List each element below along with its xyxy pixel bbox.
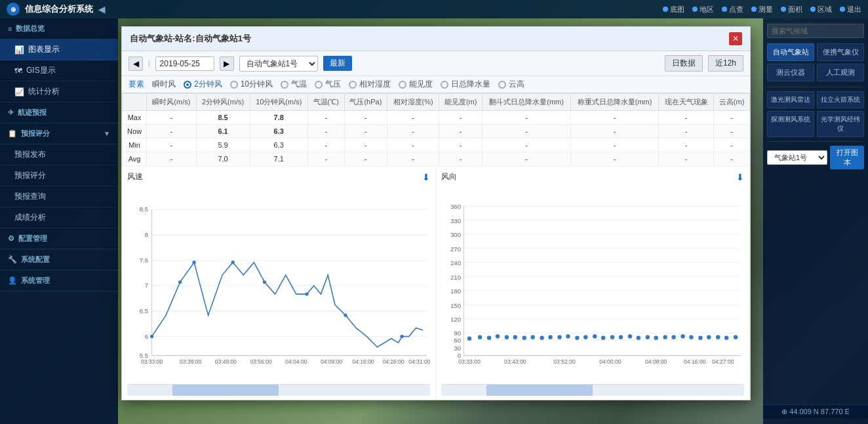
topbar-item-measure[interactable]: 测量 xyxy=(751,5,773,14)
tab-pressure[interactable]: 气压 xyxy=(315,79,341,90)
latest-btn[interactable]: 最新 xyxy=(323,56,352,71)
sidebar-item-forecast-query[interactable]: 预报查询 xyxy=(0,186,118,207)
wind-speed-download[interactable]: ⬇ xyxy=(422,172,430,182)
sidebar-item-data-overview[interactable]: ≡ 数据总览 xyxy=(0,18,118,39)
topbar-item-exit[interactable]: 退出 xyxy=(840,5,861,14)
svg-text:04:08:00: 04:08:00 xyxy=(645,358,667,365)
svg-text:180: 180 xyxy=(450,287,461,295)
topbar-item-region[interactable]: 地区 xyxy=(692,5,714,14)
row-now-label: Now xyxy=(123,125,147,138)
wind-dir-chart-container: 风向 ⬇ 360 330 300 270 240 210 180 150 120… xyxy=(436,166,750,400)
btn-optical[interactable]: 光学测风经纬仪 xyxy=(817,111,864,137)
radio-pressure xyxy=(315,81,323,89)
svg-text:0: 0 xyxy=(458,352,461,359)
btn-rocket[interactable]: 拉立火箭系统 xyxy=(817,91,864,108)
svg-point-75 xyxy=(593,334,597,338)
forecast-label: 预报评分 xyxy=(21,129,50,138)
sidebar-item-forecast-publish[interactable]: 预报发布 xyxy=(0,144,118,165)
open-map-btn[interactable]: 打开图本 xyxy=(830,146,864,169)
forecast-collapse: ▼ xyxy=(104,130,110,137)
sidebar-item-sys-config[interactable]: 🔧 系统配置 xyxy=(0,249,118,270)
svg-point-78 xyxy=(619,335,623,339)
modal-close-button[interactable]: ✕ xyxy=(729,32,742,45)
row-min-vis: - xyxy=(439,138,482,152)
sidebar-item-chart-display[interactable]: 📊 图表显示 xyxy=(0,39,118,60)
svg-text:03:43:00: 03:43:00 xyxy=(504,358,526,365)
btn-auto-weather[interactable]: 自动气象站 xyxy=(767,43,814,61)
nav-divider: | xyxy=(148,60,150,67)
svg-point-77 xyxy=(610,335,614,339)
sidebar-item-forecast-eval[interactable]: 预报评分 xyxy=(0,165,118,186)
svg-point-74 xyxy=(583,335,587,339)
sidebar-item-gis-display[interactable]: 🗺 GIS显示 xyxy=(0,60,118,81)
instrument-grid: 激光测风雷达 拉立火箭系统 探测测风系统 光学测风经纬仪 xyxy=(767,91,864,137)
12h-btn[interactable]: 近12h xyxy=(708,55,743,72)
wind-dir-download[interactable]: ⬇ xyxy=(736,172,744,182)
row-max-temp: - xyxy=(307,111,344,125)
btn-manual-obs[interactable]: 人工观测 xyxy=(817,64,864,81)
station-select[interactable]: 气象站1号 xyxy=(767,150,827,165)
tab-2min-wind[interactable]: 2分钟风 xyxy=(184,79,222,90)
row-max-label: Max xyxy=(123,111,147,125)
sidebar-item-config-mgmt[interactable]: ⚙ 配置管理 xyxy=(0,228,118,249)
scrubber-handle-wind[interactable] xyxy=(172,385,279,396)
row-now-2min: 6.1 xyxy=(196,125,250,138)
day-data-btn[interactable]: 日数据 xyxy=(665,55,703,72)
collapse-arrow[interactable]: ◀ xyxy=(98,5,105,14)
topbar-item-basemap[interactable]: 底图 xyxy=(663,5,684,14)
wind-dir-scrubber[interactable] xyxy=(441,384,744,396)
tab-precipitation[interactable]: 日总降水量 xyxy=(441,79,490,90)
date-input[interactable] xyxy=(155,56,214,71)
topbar-item-query[interactable]: 点查 xyxy=(722,5,743,14)
tab-instant-wind[interactable]: 瞬时风 xyxy=(152,79,176,90)
btn-portable-weather[interactable]: 便携气象仪 xyxy=(817,43,864,61)
sidebar-item-score-analysis[interactable]: 成绩分析 xyxy=(0,207,118,228)
tab-visibility[interactable]: 能见度 xyxy=(399,79,433,90)
tab-10min-wind[interactable]: 10分钟风 xyxy=(230,79,273,90)
svg-point-84 xyxy=(671,335,675,339)
btn-cloud-instrument[interactable]: 测云仪器 xyxy=(767,64,814,81)
svg-point-62 xyxy=(478,335,482,339)
charts-area: 风速 ⬇ 8.5 8 7.5 7 6.5 6 5.5 xyxy=(122,166,750,400)
station-search-input[interactable] xyxy=(767,24,864,38)
svg-point-85 xyxy=(681,334,684,338)
modal-station-select[interactable]: 自动气象站1号 xyxy=(239,56,318,72)
svg-point-72 xyxy=(566,334,570,338)
tab-temperature[interactable]: 气温 xyxy=(281,79,307,90)
row-max-vis: - xyxy=(439,111,482,125)
topbar-item-area[interactable]: 面积 xyxy=(781,5,802,14)
row-max-humidity: - xyxy=(387,111,439,125)
tab-humidity[interactable]: 相对湿度 xyxy=(349,79,391,90)
svg-text:360: 360 xyxy=(450,203,461,210)
row-now-temp: - xyxy=(307,125,344,138)
scrubber-handle-dir[interactable] xyxy=(486,385,593,396)
row-avg-10min: 7.1 xyxy=(250,152,307,166)
row-max-rain1: - xyxy=(483,111,571,125)
tab-elements[interactable]: 要素 xyxy=(128,79,144,90)
sidebar-item-stats-analysis[interactable]: 📈 统计分析 xyxy=(0,81,118,102)
sidebar-item-sys-mgmt[interactable]: 👤 系统管理 xyxy=(0,270,118,291)
topbar-item-zone[interactable]: 区域 xyxy=(810,5,832,14)
row-max-rain2: - xyxy=(570,111,659,125)
station-data-modal: 自动气象站-站名:自动气象站1号 ✕ ◀ | ▶ 自动气象站1号 最新 日数据 … xyxy=(121,26,751,400)
wind-dir-label: 风向 xyxy=(441,171,457,182)
row-avg-temp: - xyxy=(307,152,344,166)
tab-cloud-height[interactable]: 云高 xyxy=(498,79,524,90)
svg-point-80 xyxy=(637,336,641,340)
row-now-weather: - xyxy=(659,125,714,138)
svg-point-70 xyxy=(548,335,552,339)
btn-sounding[interactable]: 探测测风系统 xyxy=(767,111,814,137)
th-rain2: 称重式日总降水量(mm) xyxy=(570,94,659,111)
data-overview-label: 数据总览 xyxy=(16,24,45,33)
chart-display-icon: 📊 xyxy=(14,45,24,54)
radio-10min xyxy=(230,81,238,89)
th-10min-wind: 10分钟风(m/s) xyxy=(250,94,307,111)
btn-lidar[interactable]: 激光测风雷达 xyxy=(767,91,814,108)
row-max-pressure: - xyxy=(344,111,387,125)
sidebar-item-forecast-score[interactable]: 📋 预报评分 ▼ xyxy=(0,123,118,144)
wind-speed-scrubber[interactable] xyxy=(127,384,430,396)
sidebar-item-flight-forecast[interactable]: ✈ 航迹预报 xyxy=(0,102,118,123)
row-avg-label: Avg xyxy=(123,152,147,166)
prev-button[interactable]: ◀ xyxy=(128,56,143,71)
next-button[interactable]: ▶ xyxy=(220,56,234,71)
